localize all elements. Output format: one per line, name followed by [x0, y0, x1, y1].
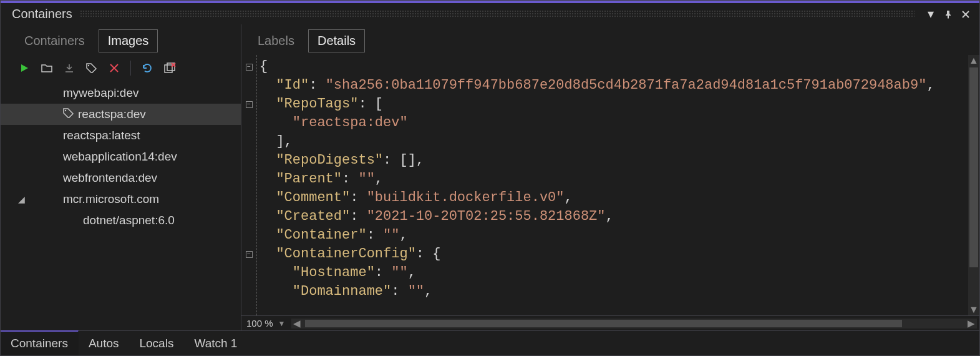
drag-handle[interactable] — [80, 10, 915, 17]
tree-item-label: webfrontenda:dev — [63, 171, 157, 185]
tree-item-label: dotnet/aspnet:6.0 — [83, 214, 175, 227]
fold-spacer — [241, 189, 256, 207]
tree-item[interactable]: webfrontenda:dev — [1, 167, 241, 189]
scroll-left-icon[interactable]: ◀ — [291, 319, 303, 329]
scroll-right-icon[interactable]: ▶ — [966, 319, 977, 329]
hscroll-thumb[interactable] — [305, 320, 902, 327]
svg-point-9 — [65, 110, 66, 111]
svg-rect-5 — [165, 65, 172, 72]
fold-toggle[interactable]: − — [241, 95, 256, 114]
tree-item-label: reactspa:latest — [63, 129, 140, 142]
fold-spacer — [241, 114, 256, 132]
right-pane: Labels Details − − − { "Id": " — [241, 24, 979, 330]
tree-item[interactable]: reactspa:dev — [1, 104, 241, 125]
pull-button[interactable] — [61, 60, 78, 76]
scroll-thumb[interactable] — [969, 67, 978, 267]
tree-item-label: reactspa:dev — [78, 107, 146, 121]
scroll-up-icon[interactable]: ▲ — [968, 55, 979, 66]
tag-icon — [63, 107, 74, 121]
window-options-dropdown-icon[interactable]: ▾ — [922, 6, 939, 21]
tree-item[interactable]: ◢ mcr.microsoft.com — [1, 189, 241, 210]
tab-details[interactable]: Details — [308, 29, 365, 52]
svg-point-2 — [88, 65, 89, 66]
bottom-tab-containers[interactable]: Containers — [1, 330, 79, 355]
image-toolbar — [1, 57, 241, 81]
fold-spacer — [241, 207, 256, 226]
toolbar-separator — [130, 61, 131, 76]
fold-spacer — [241, 132, 256, 151]
bottom-tab-locals[interactable]: Locals — [129, 331, 184, 355]
fold-spacer — [241, 151, 256, 170]
details-editor: − − − { "Id": "sha256:0ba11079ff947bb687… — [241, 55, 979, 315]
run-button[interactable] — [16, 60, 33, 76]
fold-spacer — [241, 170, 256, 189]
tree-item[interactable]: dotnet/aspnet:6.0 — [1, 210, 241, 231]
titlebar: Containers ▾ — [1, 3, 979, 24]
tag-button[interactable] — [83, 60, 100, 76]
containers-window: Containers ▾ Containers Images — [0, 0, 980, 356]
bottom-tabs: Containers Autos Locals Watch 1 — [1, 330, 979, 355]
left-tabs: Containers Images — [1, 24, 241, 57]
main-split: Containers Images — [1, 24, 979, 330]
scroll-down-icon[interactable]: ▼ — [968, 304, 979, 315]
fold-gutter: − − − — [241, 55, 256, 315]
tab-labels[interactable]: Labels — [249, 30, 303, 52]
tree-item[interactable]: mywebapi:dev — [1, 82, 241, 104]
bottom-tab-watch1[interactable]: Watch 1 — [184, 331, 248, 355]
fold-spacer — [241, 76, 256, 95]
zoom-dropdown-icon[interactable]: ▼ — [278, 319, 289, 328]
prune-button[interactable] — [161, 60, 178, 76]
delete-button[interactable] — [105, 60, 123, 76]
expander-icon[interactable]: ◢ — [18, 194, 25, 204]
zoom-bar: 100 % ▼ ◀ ▶ — [241, 315, 979, 330]
json-code-view[interactable]: { "Id": "sha256:0ba11079ff947bb687e20d8d… — [256, 55, 968, 315]
tab-containers[interactable]: Containers — [16, 30, 94, 52]
tree-item[interactable]: webapplication14:dev — [1, 146, 241, 167]
fold-spacer — [241, 226, 256, 245]
horizontal-scrollbar[interactable]: ◀ ▶ — [291, 319, 977, 329]
close-icon[interactable] — [957, 7, 974, 21]
refresh-button[interactable] — [138, 60, 156, 76]
image-tree[interactable]: mywebapi:dev reactspa:dev reactspa:lates… — [1, 81, 241, 330]
tree-item-label: webapplication14:dev — [63, 150, 177, 164]
fold-toggle[interactable]: − — [241, 57, 256, 76]
zoom-level: 100 % — [241, 318, 278, 329]
bottom-tab-autos[interactable]: Autos — [79, 331, 130, 355]
tree-item-label: mcr.microsoft.com — [63, 192, 159, 206]
right-tabs: Labels Details — [241, 24, 979, 55]
vertical-scrollbar[interactable]: ▲ ▼ — [968, 55, 979, 315]
left-pane: Containers Images — [1, 24, 241, 330]
tree-item[interactable]: reactspa:latest — [1, 125, 241, 146]
open-folder-button[interactable] — [38, 60, 56, 76]
tree-item-label: mywebapi:dev — [63, 86, 138, 100]
window-title: Containers — [12, 7, 72, 21]
fold-toggle[interactable]: − — [241, 245, 256, 264]
pin-icon[interactable] — [939, 7, 957, 21]
tab-images[interactable]: Images — [99, 29, 158, 52]
